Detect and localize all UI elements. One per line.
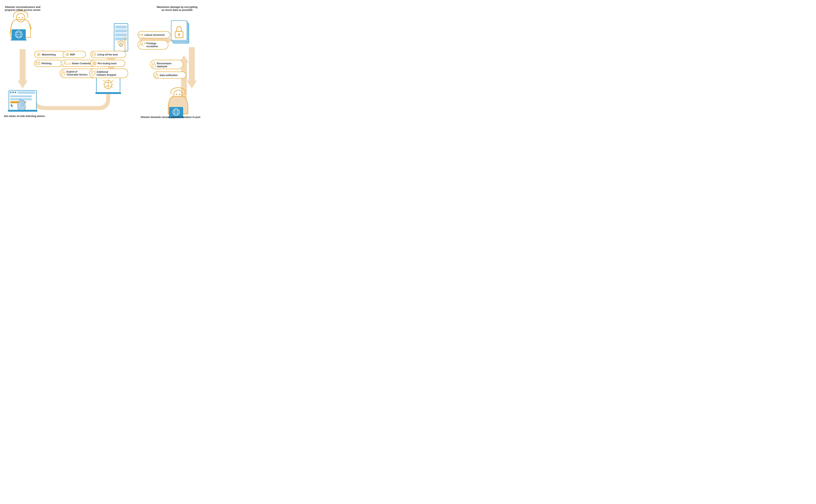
svg-rect-35 [95, 92, 121, 94]
pill-phishing: Phishing [34, 60, 62, 67]
svg-text:deployed: deployed [157, 65, 167, 68]
svg-point-65 [179, 94, 180, 95]
infected-laptop [95, 77, 121, 94]
main-svg: Attacker reconnaissance and prepares ini… [4, 4, 201, 122]
damage-caption-1: Maximizes damage by encrypting [157, 6, 197, 8]
svg-text:Ransomware: Ransomware [157, 62, 171, 65]
svg-text:Lateral movement: Lateral movement [144, 34, 165, 36]
svg-point-55 [178, 34, 180, 36]
svg-point-13 [10, 92, 12, 93]
svg-text:Stolen Credentials: Stolen Credentials [72, 62, 93, 65]
pill-rdp: RDP [63, 51, 86, 58]
svg-rect-37 [115, 26, 127, 29]
svg-text:Vulnerable Service: Vulnerable Service [66, 73, 87, 76]
svg-point-14 [12, 92, 14, 93]
svg-text:escalation: escalation [146, 45, 158, 48]
arrow-down-right [187, 47, 197, 88]
svg-point-10 [18, 17, 20, 18]
svg-rect-16 [18, 91, 35, 94]
pill-pen-testing: Pen testing tools [90, 60, 125, 67]
infected-server: INFECTED [114, 24, 128, 51]
svg-point-75 [67, 54, 68, 55]
svg-text:Malvertising: Malvertising [42, 53, 56, 56]
ransom-caption-1: Attacker demands ransom payment threaten… [140, 116, 201, 119]
svg-point-64 [176, 94, 177, 95]
svg-text:Pen testing tools: Pen testing tools [98, 62, 117, 65]
pill-lateral-movement: Lateral movement [138, 31, 170, 38]
svg-text:RDP: RDP [70, 53, 75, 56]
svg-rect-7 [11, 39, 27, 40]
attacker-caption-line2: prepares initial access vector [5, 8, 41, 11]
svg-rect-39 [115, 33, 127, 36]
pill-malware-dropped: Additional malware dropped [89, 69, 128, 78]
pill-living-off-land: Living off the land [90, 51, 126, 58]
pill-malvertising: Malvertising [34, 51, 65, 58]
svg-point-93 [94, 63, 95, 64]
damage-caption-2: as much data as possible [161, 8, 192, 11]
svg-text:malware dropped: malware dropped [97, 74, 116, 76]
svg-rect-23 [8, 110, 37, 112]
victim-caption: Victim clicks on link infecting device [4, 115, 45, 118]
attacker-figure [10, 11, 31, 40]
svg-text:Exploit of: Exploit of [66, 70, 77, 73]
svg-point-0 [16, 13, 25, 22]
victim-laptop [8, 90, 37, 112]
svg-point-68 [38, 54, 39, 55]
encrypted-files [171, 21, 189, 43]
svg-text:Privilege: Privilege [146, 42, 156, 45]
attacker-caption-line1: Attacker reconnaissance and [5, 6, 41, 8]
svg-text:INFECTED: INFECTED [124, 37, 126, 51]
svg-rect-17 [10, 95, 32, 97]
svg-point-15 [15, 92, 16, 93]
svg-rect-38 [115, 29, 127, 32]
svg-text:Data exfiltration: Data exfiltration [160, 74, 178, 77]
arrow-down-left [18, 49, 28, 88]
pill-data-exfil: Data exfiltration [153, 72, 186, 78]
svg-text:Living off the land: Living off the land [97, 53, 117, 56]
pill-privilege-escalation: Privilege escalation [138, 40, 168, 49]
svg-point-11 [22, 17, 23, 18]
svg-rect-53 [171, 21, 187, 40]
diagram: Attacker reconnaissance and prepares ini… [4, 4, 201, 122]
pill-ransomware: Ransomware deployed [150, 60, 183, 69]
svg-text:Phishing: Phishing [41, 62, 52, 65]
svg-text:Additional: Additional [97, 71, 108, 73]
